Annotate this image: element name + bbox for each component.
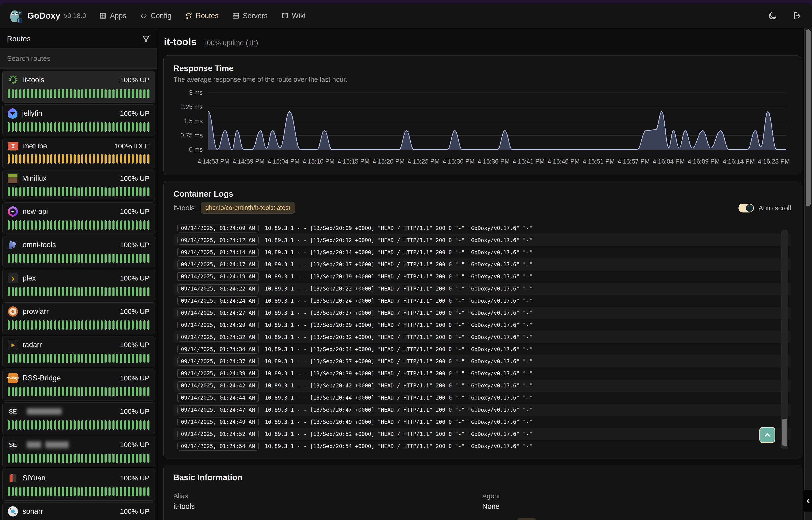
main-nav: Apps Config Routes Servers Wiki [99, 11, 305, 20]
route-list: it-tools 100% UP jellyfin 100% UP metube… [0, 69, 157, 520]
route-uptime-history [8, 287, 149, 296]
route-list-item[interactable]: it-tools 100% UP [2, 71, 155, 103]
route-list-item[interactable]: SE 100% UP [2, 402, 155, 434]
log-timestamp: 09/14/2025, 01:24:22 AM [177, 284, 259, 293]
log-row: 09/14/2025, 01:24:24 AM 10.89.3.1 - - [1… [173, 295, 791, 307]
log-scrollbar[interactable] [781, 230, 788, 449]
basic-information-card: Basic Information Alias it-tools Agent N… [163, 465, 801, 520]
route-status-badge: 100% UP [120, 109, 149, 118]
route-name: new-api [23, 207, 48, 216]
log-row: 09/14/2025, 01:24:19 AM 10.89.3.1 - - [1… [173, 270, 791, 283]
svg-text:4:16:04 PM: 4:16:04 PM [653, 158, 685, 165]
autoscroll-toggle[interactable] [738, 204, 754, 212]
omni-tools-icon [8, 240, 18, 250]
route-uptime-history [8, 254, 149, 263]
log-row: 09/14/2025, 01:24:29 AM 10.89.3.1 - - [1… [173, 319, 791, 331]
log-scrollbar-thumb[interactable] [782, 419, 787, 446]
route-status-badge: 100% UP [120, 274, 149, 282]
response-time-subtitle: The average response time of the route o… [173, 76, 791, 83]
svg-text:4:15:15 PM: 4:15:15 PM [338, 158, 370, 165]
route-list-item[interactable]: SiYuan 100% UP [2, 469, 155, 501]
log-message: 10.89.3.1 - - [13/Sep/20:44 +0000] "HEAD… [265, 395, 532, 401]
route-list-item[interactable]: jellyfin 100% UP [2, 104, 155, 136]
route-list-item[interactable]: new-api 100% UP [2, 203, 155, 234]
route-list-item[interactable]: SE 100% UP [2, 436, 155, 467]
godoxy-logo: ⇄ [10, 9, 22, 23]
filter-button[interactable] [142, 35, 150, 43]
rss-bridge-icon [8, 373, 18, 383]
log-row: 09/14/2025, 01:24:27 AM 10.89.3.1 - - [1… [173, 307, 791, 319]
field-agent: Agent None [482, 492, 791, 511]
search-routes-input[interactable] [0, 49, 157, 69]
theme-toggle-button[interactable] [768, 11, 777, 21]
svg-text:4:15:25 PM: 4:15:25 PM [408, 158, 440, 165]
container-name: it-tools [173, 204, 195, 212]
svg-text:4:14:59 PM: 4:14:59 PM [232, 158, 265, 165]
response-time-title: Response Time [173, 63, 791, 73]
log-message: 10.89.3.1 - - [13/Sep/20:39 +0000] "HEAD… [265, 370, 532, 376]
log-timestamp: 09/14/2025, 01:24:54 AM [177, 442, 259, 450]
logout-icon [792, 11, 802, 21]
route-uptime-history [8, 453, 149, 463]
route-name: radarr [23, 341, 42, 349]
toggle-knob [746, 204, 753, 212]
scroll-to-top-button[interactable] [759, 427, 775, 443]
log-timestamp: 09/14/2025, 01:24:14 AM [177, 248, 259, 257]
log-row: 09/14/2025, 01:24:54 AM 10.89.3.1 - - [1… [173, 440, 791, 452]
brand-name: GoDoxy [27, 11, 60, 21]
side-drawer-handle[interactable] [803, 490, 812, 512]
route-name: plex [23, 274, 36, 282]
redacted-route-name [27, 441, 41, 448]
route-list-item[interactable]: omni-tools 100% UP [2, 236, 155, 267]
nav-item-servers[interactable]: Servers [232, 11, 268, 20]
proxy-arrows-icon: ⇄ [18, 10, 22, 15]
chevron-up-icon [763, 431, 771, 439]
logout-button[interactable] [792, 11, 802, 21]
nav-item-wiki[interactable]: Wiki [281, 11, 306, 20]
chevron-left-icon [805, 497, 812, 504]
route-list-item[interactable]: radarr 100% UP [2, 336, 155, 367]
svg-text:2.25 ms: 2.25 ms [180, 103, 203, 110]
route-status-badge: 100% IDLE [114, 142, 149, 150]
log-timestamp: 09/14/2025, 01:24:47 AM [177, 406, 259, 414]
radarr-icon [8, 340, 18, 350]
svg-text:4:15:57 PM: 4:15:57 PM [618, 158, 650, 165]
log-message: 10.89.3.1 - - [13/Sep/20:34 +0000] "HEAD… [265, 346, 532, 352]
nav-item-routes[interactable]: Routes [185, 11, 218, 20]
route-status-badge: 100% UP [120, 374, 149, 382]
cut-off-value-badge [517, 518, 536, 520]
redacted-route-name [27, 408, 62, 415]
log-message: 10.89.3.1 - - [13/Sep/20:14 +0000] "HEAD… [265, 249, 532, 255]
uptime-summary: 100% uptime (1h) [203, 39, 258, 47]
server-icon [232, 12, 240, 20]
route-list-item[interactable]: sonarr 100% UP [2, 502, 155, 520]
log-message: 10.89.3.1 - - [13/Sep/20:22 +0000] "HEAD… [265, 286, 532, 292]
container-logs-title: Container Logs [173, 189, 791, 199]
log-message: 10.89.3.1 - - [13/Sep/20:54 +0000] "HEAD… [265, 443, 532, 449]
nav-item-config[interactable]: Config [140, 11, 172, 20]
page-scrollbar-thumb[interactable] [806, 29, 811, 206]
svg-text:1.5 ms: 1.5 ms [184, 118, 203, 125]
route-list-item[interactable]: metube 100% IDLE [2, 138, 155, 168]
nav-item-apps[interactable]: Apps [99, 11, 127, 20]
route-uptime-history [8, 320, 149, 330]
window-background-strip [0, 0, 812, 3]
log-message: 10.89.3.1 - - [13/Sep/20:12 +0000] "HEAD… [265, 237, 532, 243]
siyuan-icon [8, 473, 18, 483]
log-message: 10.89.3.1 - - [13/Sep/20:49 +0000] "HEAD… [265, 419, 532, 425]
route-list-item[interactable]: prowlarr 100% UP [2, 303, 155, 334]
route-list-item[interactable]: Miniflux 100% UP [2, 170, 155, 201]
log-row: 09/14/2025, 01:24:42 AM 10.89.3.1 - - [1… [173, 380, 791, 392]
search-row [0, 48, 157, 69]
page-scrollbar[interactable] [804, 28, 812, 520]
svg-text:4:16:09 PM: 4:16:09 PM [688, 158, 720, 165]
app-window: ⇄ GoDoxy v0.18.0 Apps Config Routes Serv… [0, 3, 812, 520]
log-message: 10.89.3.1 - - [13/Sep/20:42 +0000] "HEAD… [265, 383, 532, 389]
route-uptime-history [8, 122, 149, 132]
log-row: 09/14/2025, 01:24:12 AM 10.89.3.1 - - [1… [173, 234, 791, 246]
svg-text:4:16:23 PM: 4:16:23 PM [758, 158, 790, 165]
route-list-item[interactable]: plex 100% UP [2, 269, 155, 301]
svg-text:4:15:20 PM: 4:15:20 PM [372, 158, 404, 165]
route-list-item[interactable]: RSS-Bridge 100% UP [2, 369, 155, 401]
route-status-badge: 100% UP [120, 241, 149, 249]
